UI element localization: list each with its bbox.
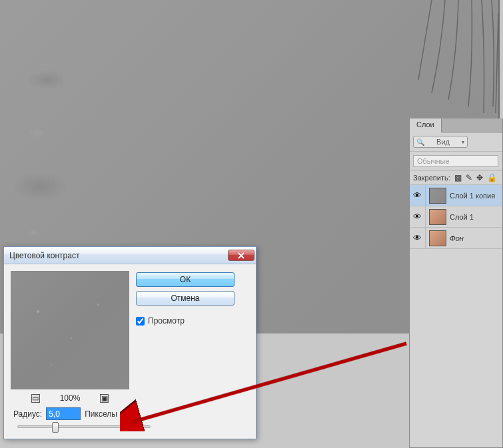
layer-list: 👁Слой 1 копия👁Слой 1👁Фон — [410, 185, 502, 249]
chevron-updown-icon: ▾ — [462, 139, 464, 145]
lock-pixels-icon[interactable]: ✎ — [466, 174, 472, 182]
layer-row[interactable]: 👁Фон — [410, 228, 502, 249]
radius-input[interactable] — [46, 407, 81, 420]
lock-icons: ▩ ✎ ✥ 🔒 — [454, 174, 497, 182]
lock-label: Закрепить: — [413, 174, 450, 182]
zoom-out-button[interactable]: ▭ — [31, 394, 40, 403]
kind-label: Вид — [436, 138, 450, 146]
visibility-eye-icon[interactable]: 👁 — [410, 185, 426, 206]
close-button[interactable] — [228, 250, 254, 261]
radius-slider-thumb[interactable] — [52, 422, 59, 433]
radius-slider[interactable] — [17, 425, 151, 428]
zoom-level: 100% — [60, 393, 81, 403]
preview-checkbox[interactable] — [136, 317, 145, 326]
visibility-eye-icon[interactable]: 👁 — [410, 228, 426, 248]
layer-thumbnail[interactable] — [429, 188, 446, 204]
layer-name: Слой 1 копия — [450, 192, 495, 200]
radius-label: Радиус: — [13, 409, 42, 419]
lock-transparency-icon[interactable]: ▩ — [454, 174, 462, 182]
visibility-eye-icon[interactable]: 👁 — [410, 206, 426, 227]
blend-mode-select[interactable]: Обычные — [413, 155, 498, 167]
zoom-in-button[interactable]: ▣ — [100, 394, 109, 403]
panel-tabstrip: Слои — [410, 118, 502, 132]
lock-position-icon[interactable]: ✥ — [476, 174, 483, 182]
dialog-titlebar[interactable]: Цветовой контраст — [4, 247, 256, 264]
lock-all-icon[interactable]: 🔒 — [487, 174, 497, 182]
preview-checkbox-row[interactable]: Просмотр — [136, 316, 235, 326]
preview-label: Просмотр — [148, 316, 185, 326]
close-icon — [238, 252, 245, 259]
high-pass-dialog: Цветовой контраст ▭ 100% ▣ ОК Отмена Про… — [3, 246, 256, 439]
radius-unit: Пикселы — [85, 409, 117, 419]
layers-panel: Слои 🔍 Вид ▾ Обычные Закрепить: ▩ ✎ ✥ 🔒 … — [409, 118, 503, 448]
layer-thumbnail[interactable] — [429, 209, 446, 225]
blend-mode-value: Обычные — [417, 157, 450, 165]
layer-row[interactable]: 👁Слой 1 — [410, 206, 502, 228]
hair-strands-decor — [312, 0, 498, 120]
layer-name: Слой 1 — [450, 213, 474, 221]
layer-row[interactable]: 👁Слой 1 копия — [410, 185, 502, 206]
layer-filter-kind-select[interactable]: 🔍 Вид ▾ — [413, 136, 468, 148]
dialog-title: Цветовой контраст — [9, 251, 228, 260]
layer-thumbnail[interactable] — [429, 230, 446, 246]
preview-thumbnail[interactable] — [11, 271, 129, 389]
tab-layers[interactable]: Слои — [410, 118, 442, 132]
search-icon: 🔍 — [416, 138, 424, 146]
ok-button[interactable]: ОК — [136, 272, 235, 287]
layer-name: Фон — [450, 234, 464, 242]
cancel-button[interactable]: Отмена — [136, 291, 235, 306]
